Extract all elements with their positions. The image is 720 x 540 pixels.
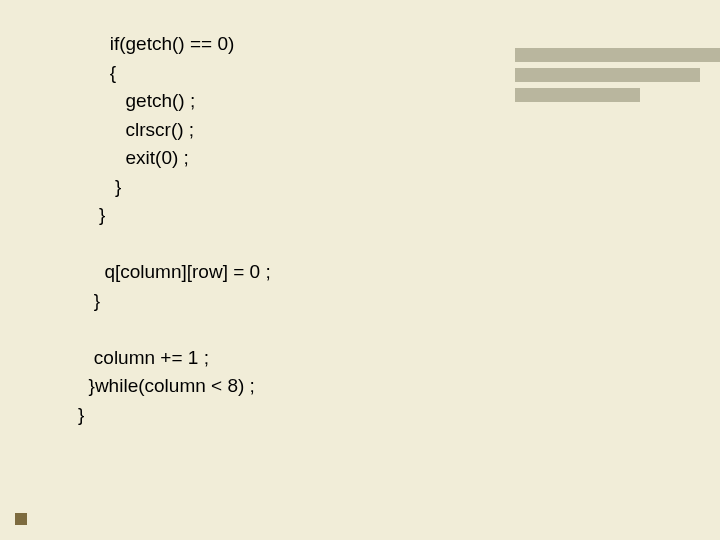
code-line-1: if(getch() == 0)	[78, 33, 234, 54]
stripe-3	[515, 88, 640, 102]
code-line-12: column += 1 ;	[78, 347, 209, 368]
stripe-1	[515, 48, 720, 62]
code-line-2: {	[78, 62, 116, 83]
code-line-7: }	[78, 204, 105, 225]
code-block: if(getch() == 0) { getch() ; clrscr() ; …	[78, 30, 271, 429]
stripe-decoration	[515, 48, 720, 102]
code-line-14: }	[78, 404, 84, 425]
corner-square-icon	[15, 513, 27, 525]
code-line-4: clrscr() ;	[78, 119, 194, 140]
code-line-3: getch() ;	[78, 90, 195, 111]
code-line-10: }	[78, 290, 100, 311]
code-line-6: }	[78, 176, 121, 197]
code-line-5: exit(0) ;	[78, 147, 189, 168]
stripe-2	[515, 68, 700, 82]
code-line-9: q[column][row] = 0 ;	[78, 261, 271, 282]
code-line-13: }while(column < 8) ;	[78, 375, 255, 396]
